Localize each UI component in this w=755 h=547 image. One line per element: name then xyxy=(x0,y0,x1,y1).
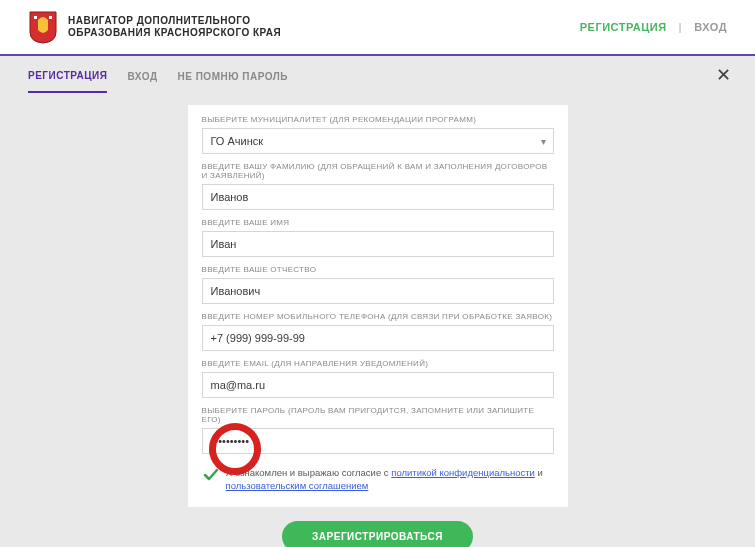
consent-row: Я ознакомлен и выражаю согласие с полити… xyxy=(202,462,554,493)
header-auth-links: РЕГИСТРАЦИЯ | ВХОД xyxy=(580,21,727,33)
brand-title-line2: ОБРАЗОВАНИЯ КРАСНОЯРСКОГО КРАЯ xyxy=(68,27,281,40)
patronymic-label: ВВЕДИТЕ ВАШЕ ОТЧЕСТВО xyxy=(202,265,554,274)
field-patronymic: ВВЕДИТЕ ВАШЕ ОТЧЕСТВО xyxy=(202,265,554,304)
privacy-policy-link[interactable]: политикой конфиденциальности xyxy=(391,467,535,478)
auth-modal: РЕГИСТРАЦИЯ ВХОД НЕ ПОМНЮ ПАРОЛЬ ✕ ВЫБЕР… xyxy=(0,56,755,547)
field-municipality: ВЫБЕРИТЕ МУНИЦИПАЛИТЕТ (ДЛЯ РЕКОМЕНДАЦИИ… xyxy=(202,115,554,154)
field-phone: ВВЕДИТЕ НОМЕР МОБИЛЬНОГО ТЕЛЕФОНА (ДЛЯ С… xyxy=(202,312,554,351)
svg-rect-0 xyxy=(34,16,37,19)
email-label: ВВЕДИТЕ EMAIL (ДЛЯ НАПРАВЛЕНИЯ УВЕДОМЛЕН… xyxy=(202,359,554,368)
header-divider: | xyxy=(679,21,683,33)
site-header: НАВИГАТОР ДОПОЛНИТЕЛЬНОГО ОБРАЗОВАНИЯ КР… xyxy=(0,0,755,54)
header-registration-link[interactable]: РЕГИСТРАЦИЯ xyxy=(580,21,667,33)
consent-text: Я ознакомлен и выражаю согласие с полити… xyxy=(226,466,554,493)
consent-prefix: Я ознакомлен и выражаю согласие с xyxy=(226,467,392,478)
phone-input[interactable] xyxy=(202,325,554,351)
registration-form: ВЫБЕРИТЕ МУНИЦИПАЛИТЕТ (ДЛЯ РЕКОМЕНДАЦИИ… xyxy=(188,105,568,507)
tab-login[interactable]: ВХОД xyxy=(127,65,157,92)
email-input[interactable] xyxy=(202,372,554,398)
lastname-input[interactable] xyxy=(202,184,554,210)
municipality-label: ВЫБЕРИТЕ МУНИЦИПАЛИТЕТ (ДЛЯ РЕКОМЕНДАЦИИ… xyxy=(202,115,554,124)
field-lastname: ВВЕДИТЕ ВАШУ ФАМИЛИЮ (ДЛЯ ОБРАЩЕНИЙ К ВА… xyxy=(202,162,554,210)
submit-wrap: ЗАРЕГИСТРИРОВАТЬСЯ xyxy=(0,521,755,547)
consent-and: и xyxy=(535,467,543,478)
municipality-select[interactable] xyxy=(202,128,554,154)
brand-title: НАВИГАТОР ДОПОЛНИТЕЛЬНОГО ОБРАЗОВАНИЯ КР… xyxy=(68,15,281,40)
lastname-label: ВВЕДИТЕ ВАШУ ФАМИЛИЮ (ДЛЯ ОБРАЩЕНИЙ К ВА… xyxy=(202,162,554,180)
brand: НАВИГАТОР ДОПОЛНИТЕЛЬНОГО ОБРАЗОВАНИЯ КР… xyxy=(28,10,281,44)
close-icon[interactable]: ✕ xyxy=(716,64,731,86)
tab-forgot-password[interactable]: НЕ ПОМНЮ ПАРОЛЬ xyxy=(178,65,288,92)
phone-label: ВВЕДИТЕ НОМЕР МОБИЛЬНОГО ТЕЛЕФОНА (ДЛЯ С… xyxy=(202,312,554,321)
patronymic-input[interactable] xyxy=(202,278,554,304)
checkmark-icon xyxy=(202,466,220,484)
register-button[interactable]: ЗАРЕГИСТРИРОВАТЬСЯ xyxy=(282,521,473,547)
field-password: ВЫБЕРИТЕ ПАРОЛЬ (ПАРОЛЬ ВАМ ПРИГОДИТСЯ, … xyxy=(202,406,554,454)
field-firstname: ВВЕДИТЕ ВАШЕ ИМЯ xyxy=(202,218,554,257)
firstname-label: ВВЕДИТЕ ВАШЕ ИМЯ xyxy=(202,218,554,227)
brand-title-line1: НАВИГАТОР ДОПОЛНИТЕЛЬНОГО xyxy=(68,15,281,28)
password-label: ВЫБЕРИТЕ ПАРОЛЬ (ПАРОЛЬ ВАМ ПРИГОДИТСЯ, … xyxy=(202,406,554,424)
svg-rect-1 xyxy=(49,16,52,19)
auth-tabs: РЕГИСТРАЦИЯ ВХОД НЕ ПОМНЮ ПАРОЛЬ ✕ xyxy=(0,56,755,93)
tab-registration[interactable]: РЕГИСТРАЦИЯ xyxy=(28,64,107,93)
firstname-input[interactable] xyxy=(202,231,554,257)
consent-checkbox[interactable] xyxy=(202,466,220,484)
user-agreement-link[interactable]: пользовательским соглашением xyxy=(226,480,369,491)
password-input[interactable] xyxy=(202,428,554,454)
field-email: ВВЕДИТЕ EMAIL (ДЛЯ НАПРАВЛЕНИЯ УВЕДОМЛЕН… xyxy=(202,359,554,398)
header-login-link[interactable]: ВХОД xyxy=(694,21,727,33)
crest-icon xyxy=(28,10,58,44)
municipality-select-wrap[interactable]: ▾ xyxy=(202,128,554,154)
